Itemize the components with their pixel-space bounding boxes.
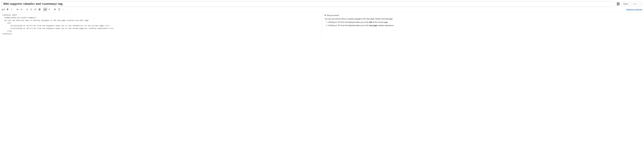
svg-rect-16 [31, 9, 32, 10]
italic-icon[interactable]: I [10, 8, 14, 11]
source-line: <li>Clicking on <b>"e"</b> from the keyb… [2, 25, 110, 27]
list-item: Clicking on "e" from the keyboard takes … [328, 21, 642, 24]
font-color-icon[interactable]: A [2, 8, 6, 11]
header-row: Close Save [0, 0, 644, 7]
more-icon[interactable] [61, 8, 65, 11]
close-button[interactable]: Close [621, 2, 630, 6]
svg-rect-10 [27, 9, 28, 10]
page-title-input[interactable] [2, 1, 615, 7]
editor-split: |<details open> <summary>Did you know?</… [0, 12, 644, 38]
settings-icon[interactable] [616, 2, 620, 6]
svg-point-17 [30, 10, 31, 10]
svg-point-29 [62, 9, 63, 10]
save-button[interactable]: Save [631, 2, 639, 6]
svg-point-1 [617, 3, 618, 3]
svg-point-5 [617, 5, 618, 5]
preview-description: You can use shortcut keys to quickly nav… [324, 18, 642, 20]
save-button-group: Save [631, 2, 642, 6]
ordered-list-icon[interactable]: 1 2 3 [25, 8, 29, 11]
markdown-supported-link[interactable]: Markdown supported. [626, 9, 642, 11]
table-icon[interactable] [38, 8, 42, 11]
markdown-preview: Did you know? You can use shortcut keys … [322, 12, 644, 38]
svg-point-15 [30, 9, 31, 10]
source-line: </ol> [2, 30, 12, 32]
mention-hash-icon[interactable]: # [48, 8, 51, 11]
source-line: <li>Clicking on <b>"n"</b> from the keyb… [2, 28, 114, 30]
wiki-editor-root: Close Save A B I [0, 0, 644, 38]
svg-text:3: 3 [26, 10, 27, 11]
toolbar: A B I 1 2 3 [0, 7, 644, 12]
attach-icon[interactable] [53, 8, 57, 11]
paste-icon[interactable] [57, 8, 61, 11]
svg-point-3 [618, 4, 619, 4]
spellcheck-icon[interactable]: ABC [43, 8, 47, 11]
link-icon[interactable] [16, 8, 19, 11]
svg-line-6 [22, 9, 22, 10]
svg-point-31 [64, 9, 64, 10]
preview-details[interactable]: Did you know? You can use shortcut keys … [324, 14, 642, 27]
list-item: Clicking on "n" from the keyboard takes … [328, 24, 642, 27]
code-icon[interactable] [20, 8, 24, 11]
source-line: |<details open> [2, 14, 17, 16]
header-actions: Close Save [616, 2, 642, 6]
source-line: <summary>Did you know?</summary> [2, 17, 36, 19]
svg-point-13 [30, 9, 31, 9]
svg-rect-22 [39, 9, 40, 10]
svg-point-30 [63, 9, 63, 10]
toolbar-left: A B I 1 2 3 [2, 8, 65, 11]
source-line: <ol> [2, 22, 11, 24]
source-line: </details> [2, 33, 12, 35]
markdown-source-editor[interactable]: |<details open> <summary>Did you know?</… [0, 12, 322, 38]
preview-list: Clicking on "e" from the keyboard takes … [328, 21, 642, 27]
source-line: You can use shortcut keys to quickly nav… [2, 20, 90, 22]
save-chevron-icon[interactable] [639, 2, 642, 6]
checklist-icon[interactable] [34, 8, 37, 11]
bold-icon[interactable]: B [6, 8, 10, 11]
unordered-list-icon[interactable] [29, 8, 33, 11]
preview-summary[interactable]: Did you know? [324, 14, 642, 17]
